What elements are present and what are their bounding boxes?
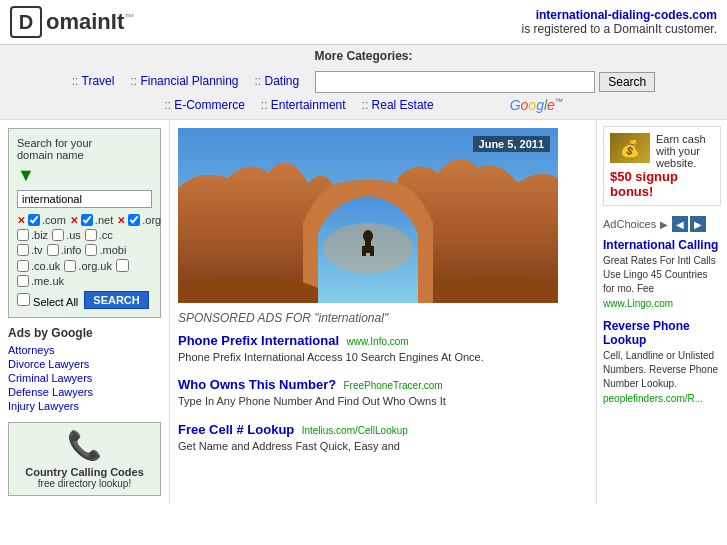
earn-cash-bonus: $50 signup bonus!: [610, 169, 714, 199]
nav-real-estate[interactable]: Real Estate: [362, 98, 434, 112]
tld-us[interactable]: .us: [52, 229, 81, 241]
sponsored-ads-title: SPONSORED ADS FOR "international": [178, 311, 588, 325]
google-search-button[interactable]: Search: [599, 72, 655, 92]
ad-defense-lawyers[interactable]: Defense Lawyers: [8, 386, 161, 398]
tld-row-5: .me.uk: [17, 275, 152, 287]
tld-row-1: ✕ .com ✕ .net ✕ .org: [17, 214, 152, 226]
earn-cash-image: 💰: [610, 133, 650, 163]
right-ad-2-title[interactable]: Reverse Phone Lookup: [603, 319, 721, 347]
main: Search for your domain name ▼ ✕ .com ✕ .…: [0, 120, 727, 504]
tld-row-3: .tv .info .mobi: [17, 244, 152, 256]
svg-point-3: [363, 230, 373, 242]
logo-icon: D: [10, 6, 42, 38]
nav-entertainment[interactable]: Entertainment: [261, 98, 346, 112]
tld-orguk[interactable]: .org.uk: [64, 260, 112, 272]
google-logo-area: Google™: [510, 97, 563, 113]
google-search-input[interactable]: [315, 71, 595, 93]
tld-com[interactable]: ✕ .com: [17, 214, 66, 226]
right-ad-item-1: International Calling Great Rates For In…: [603, 238, 721, 309]
logo-text[interactable]: omainIt™: [46, 9, 134, 35]
select-all-label[interactable]: Select All: [17, 293, 78, 308]
nav-ecommerce[interactable]: E-Commerce: [164, 98, 245, 112]
country-calling-box[interactable]: 📞 Country Calling Codes free directory l…: [8, 422, 161, 496]
right-sidebar: 💰 Earn cash with your website. $50 signu…: [597, 120, 727, 504]
registered-customer: is registered to a DomainIt customer.: [522, 22, 717, 36]
ad-criminal-lawyers[interactable]: Criminal Lawyers: [8, 372, 161, 384]
right-ad-1-title[interactable]: International Calling: [603, 238, 721, 252]
ad-3-source: Intelius.com/CellLookup: [302, 425, 408, 436]
tld-cc[interactable]: .cc: [85, 229, 113, 241]
country-calling-title: Country Calling Codes: [15, 466, 154, 478]
registered-domain: international-dialing-codes.com: [522, 8, 717, 22]
tld-row-2: .biz .us .cc: [17, 229, 152, 241]
main-image-container: June 5, 2011: [178, 128, 558, 303]
domain-search-input[interactable]: [17, 190, 152, 208]
domain-search-button[interactable]: SEARCH: [84, 291, 148, 309]
ad-injury-lawyers[interactable]: Injury Lawyers: [8, 400, 161, 412]
header: D omainIt™ international-dialing-codes.c…: [0, 0, 727, 45]
ad-item-1: Phone Prefix International www.Info.com …: [178, 333, 588, 365]
google-search-bar: Search: [315, 67, 655, 95]
tld-biz[interactable]: .biz: [17, 229, 48, 241]
ad-1-source: www.Info.com: [346, 336, 408, 347]
nav-row-2: E-Commerce Entertainment Real Estate Goo…: [0, 97, 727, 113]
logo-d-letter: D: [19, 11, 33, 34]
hero-image: [178, 128, 558, 303]
adchoices-prev-button[interactable]: ◀: [672, 216, 688, 232]
adchoices-label: AdChoices: [603, 218, 656, 230]
earn-cash-box: 💰 Earn cash with your website. $50 signu…: [603, 126, 721, 206]
image-date: June 5, 2011: [473, 136, 550, 152]
left-sidebar: Search for your domain name ▼ ✕ .com ✕ .…: [0, 120, 170, 504]
select-all-checkbox[interactable]: [17, 293, 30, 306]
right-ad-2-source: peoplefinders.com/R...: [603, 393, 721, 404]
nav-financial-planning[interactable]: Financial Planning: [130, 74, 238, 88]
ad-item-3: Free Cell # Lookup Intelius.com/CellLook…: [178, 422, 588, 454]
right-ad-1-source: www.Lingo.com: [603, 298, 721, 309]
center-content: June 5, 2011 SPONSORED ADS FOR "internat…: [170, 120, 597, 504]
domain-search-title: Search for your domain name: [17, 137, 152, 161]
ads-by-google: Ads by Google Attorneys Divorce Lawyers …: [8, 326, 161, 412]
svg-rect-5: [362, 246, 366, 256]
ad-1-desc: Phone Prefix International Access 10 Sea…: [178, 350, 588, 365]
right-ad-1-desc: Great Rates For Intl Calls Use Lingo 45 …: [603, 254, 721, 296]
tld-info[interactable]: .info: [47, 244, 82, 256]
google-logo: Google™: [510, 97, 563, 113]
ad-3-desc: Get Name and Address Fast Quick, Easy an…: [178, 439, 588, 454]
adchoices-row: AdChoices ▶ ◀ ▶: [603, 216, 721, 232]
more-categories-label: More Categories:: [0, 49, 727, 63]
header-registration-info: international-dialing-codes.com is regis…: [522, 8, 717, 36]
adchoices-nav: ◀ ▶: [672, 216, 706, 232]
ad-1-title[interactable]: Phone Prefix International: [178, 333, 339, 348]
adchoices-triangle-icon: ▶: [660, 219, 668, 230]
ads-by-google-title: Ads by Google: [8, 326, 161, 340]
domain-search-box: Search for your domain name ▼ ✕ .com ✕ .…: [8, 128, 161, 318]
phone-icon: 📞: [15, 429, 154, 462]
ad-attorneys[interactable]: Attorneys: [8, 344, 161, 356]
tld-couk[interactable]: .co.uk: [17, 260, 60, 272]
ad-divorce-lawyers[interactable]: Divorce Lawyers: [8, 358, 161, 370]
down-arrow-icon: ▼: [17, 165, 152, 186]
tld-meuk[interactable]: .me.uk: [17, 275, 64, 287]
navbar: More Categories: Travel Financial Planni…: [0, 45, 727, 120]
tld-org[interactable]: ✕ .org: [117, 214, 161, 226]
tld-extra[interactable]: [116, 259, 129, 272]
nav-dating[interactable]: Dating: [255, 74, 300, 88]
ad-item-2: Who Owns This Number? FreePhoneTracer.co…: [178, 377, 588, 409]
country-calling-subtitle: free directory lookup!: [15, 478, 154, 489]
tld-tv[interactable]: .tv: [17, 244, 43, 256]
tld-mobi[interactable]: .mobi: [85, 244, 126, 256]
ad-2-source: FreePhoneTracer.com: [344, 380, 443, 391]
ad-2-title[interactable]: Who Owns This Number?: [178, 377, 336, 392]
ad-3-title[interactable]: Free Cell # Lookup: [178, 422, 294, 437]
select-all-row: Select All SEARCH: [17, 291, 152, 309]
ad-2-desc: Type In Any Phone Number And Find Out Wh…: [178, 394, 588, 409]
right-ad-item-2: Reverse Phone Lookup Cell, Landline or U…: [603, 319, 721, 404]
adchoices-next-button[interactable]: ▶: [690, 216, 706, 232]
right-ad-2-desc: Cell, Landline or Unlisted Numbers. Reve…: [603, 349, 721, 391]
tld-row-4: .co.uk .org.uk: [17, 259, 152, 272]
nav-row-1: Travel Financial Planning Dating Search: [0, 67, 727, 95]
nav-travel[interactable]: Travel: [72, 74, 115, 88]
svg-rect-6: [370, 246, 374, 256]
tld-net[interactable]: ✕ .net: [70, 214, 113, 226]
logo: D omainIt™: [10, 6, 134, 38]
